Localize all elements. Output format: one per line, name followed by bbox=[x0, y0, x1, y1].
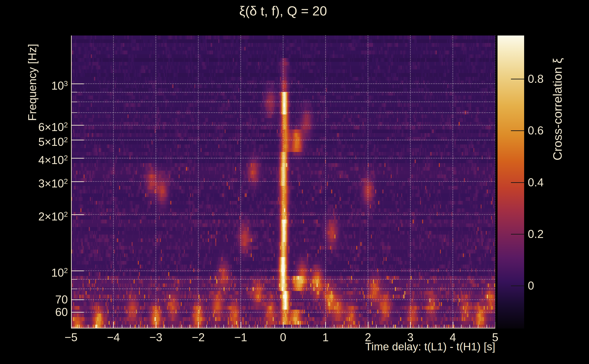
colorbar-tick bbox=[511, 286, 524, 286]
colorbar-tick bbox=[511, 234, 524, 234]
colorbar-tick bbox=[511, 79, 524, 79]
y-tick-label: 6×102 bbox=[26, 119, 68, 133]
heatmap-canvas bbox=[71, 35, 495, 329]
y-tick-label: 2×102 bbox=[26, 208, 68, 223]
y-tick-label: 4×102 bbox=[26, 152, 68, 166]
y-tick-label: 3×102 bbox=[26, 176, 68, 190]
y-tick-label: 103 bbox=[26, 78, 68, 92]
colorbar-tick-label: 0.8 bbox=[528, 73, 544, 85]
y-tick-label: 60 bbox=[26, 306, 68, 318]
colorbar-tick-label: 0 bbox=[528, 280, 534, 292]
y-tick-label: 70 bbox=[26, 293, 68, 306]
y-tick-label: 5×102 bbox=[26, 134, 68, 148]
colorbar-tick-label: 0.2 bbox=[528, 228, 544, 240]
cross-correlation-figure: ξ(δ t, f), Q = 20 Frequency [Hz] 1036×10… bbox=[0, 0, 589, 364]
colorbar-tick-label: 0.4 bbox=[528, 176, 544, 188]
colorbar-title: Cross-correlation ξ bbox=[550, 46, 563, 173]
y-tick-label: 102 bbox=[26, 265, 68, 279]
chart-title: ξ(δ t, f), Q = 20 bbox=[71, 3, 495, 19]
colorbar-tick bbox=[511, 130, 524, 131]
colorbar-tick-label: 0.6 bbox=[528, 124, 544, 137]
colorbar-tick bbox=[511, 182, 524, 183]
x-axis-title: Time delay: t(L1) - t(H1) [s] bbox=[72, 340, 495, 353]
